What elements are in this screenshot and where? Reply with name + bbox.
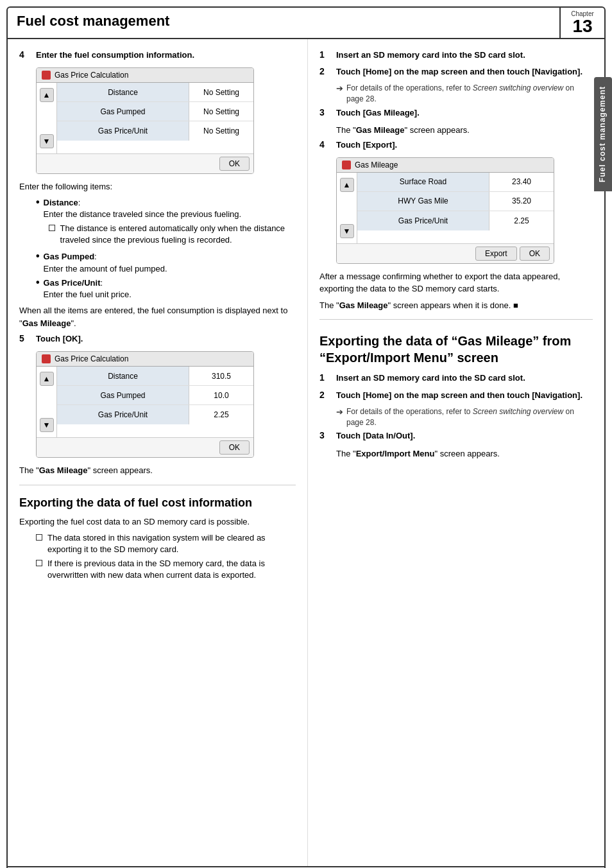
table-row: Gas Pumped 10.0 xyxy=(57,386,253,405)
large-step-2-note: ➔ For details of the operations, refer t… xyxy=(336,406,593,428)
right-step-4-text: Touch [Export]. xyxy=(336,139,397,151)
export-section-title: Exporting the data of fuel cost informat… xyxy=(19,496,296,510)
divider-2 xyxy=(319,319,593,320)
sq-icon-3 xyxy=(36,560,42,566)
table-row: Distance No Setting xyxy=(57,83,253,102)
list-item: • Gas Price/Unit: Enter the fuel unit pr… xyxy=(36,277,296,300)
large-section-title: Exporting the data of “Gas Mileage” from… xyxy=(319,333,593,366)
gas-pumped-label: Gas Pumped xyxy=(44,252,94,261)
screen2-body: ▲ ▼ Distance 310.5 Gas Pumped 10.0 Gas P… xyxy=(37,367,253,437)
right-step-4-num: 4 xyxy=(319,139,331,151)
s2row1-value: 310.5 xyxy=(189,367,253,385)
screen3-rows: Surface Road 23.40 HWY Gas Mile 35.20 Ga… xyxy=(357,173,554,243)
step-4-number: 4 xyxy=(19,49,31,61)
list-item: • Distance: Enter the distance traveled … xyxy=(36,197,296,249)
large-step-1: 1 Insert an SD memory card into the SD c… xyxy=(319,372,593,384)
sq-icon-1 xyxy=(49,225,55,231)
s3row2-label: HWY Gas Mile xyxy=(357,192,489,211)
step-5-number: 5 xyxy=(19,333,31,345)
left-column: 4 Enter the fuel consumption information… xyxy=(8,39,308,866)
page-header: Fuel cost management Chapter 13 xyxy=(6,6,606,39)
after-message-text: After a message confirming whether to ex… xyxy=(319,270,593,295)
large-step-3-sub: The "Export/Import Menu" screen appears. xyxy=(336,447,593,460)
side-tab: Fuel cost management xyxy=(594,77,612,191)
right-column: 1 Insert an SD memory card into the SD c… xyxy=(308,39,604,866)
screen2-title-text: Gas Price Calculation xyxy=(55,354,128,363)
s2row3-label: Gas Price/Unit xyxy=(57,405,189,424)
step-4-text: Enter the fuel consumption information. xyxy=(36,49,194,61)
s2row1-label: Distance xyxy=(57,367,189,385)
scroll-arrows-1: ▲ ▼ xyxy=(37,83,57,153)
screen2-title: Gas Price Calculation xyxy=(37,352,253,367)
arrow-up-3[interactable]: ▲ xyxy=(340,178,354,192)
right-step-3-num: 3 xyxy=(319,107,331,119)
arrow-down-3[interactable]: ▼ xyxy=(340,224,354,238)
large-step-1-text: Insert an SD memory card into the SD car… xyxy=(336,372,525,384)
page-title: Fuel cost management xyxy=(8,8,559,38)
row1-label: Distance xyxy=(57,83,189,101)
table-row: Gas Price/Unit 2.25 xyxy=(357,211,554,230)
large-step-1-num: 1 xyxy=(319,372,331,384)
large-step-2: 2 Touch [Home] on the map screen and the… xyxy=(319,390,593,401)
large-step-3-text: Touch [Data In/Out]. xyxy=(336,430,415,442)
nav-icon-2 xyxy=(42,354,51,363)
s3row3-label: Gas Price/Unit xyxy=(357,211,489,230)
large-step-3: 3 Touch [Data In/Out]. xyxy=(319,430,593,442)
large-step-2-num: 2 xyxy=(319,390,331,401)
nav-icon-1 xyxy=(42,71,51,80)
right-step-3-sub: The "Gas Mileage" screen appears. xyxy=(336,124,593,137)
gas-price-label: Gas Price/Unit xyxy=(44,278,101,288)
arrow-up-2[interactable]: ▲ xyxy=(40,372,54,386)
bullet-list: • Distance: Enter the distance traveled … xyxy=(36,197,296,301)
large-section: Exporting the data of “Gas Mileage” from… xyxy=(319,333,593,460)
distance-note: The distance is entered automatically on… xyxy=(49,223,296,246)
table-row: Gas Price/Unit No Setting xyxy=(57,121,253,141)
s3row2-value: 35.20 xyxy=(489,192,554,211)
table-row: Surface Road 23.40 xyxy=(357,173,554,192)
gas-mileage-done-text: The "Gas Mileage" screen appears when it… xyxy=(319,299,593,312)
scroll-arrows-2: ▲ ▼ xyxy=(37,367,57,437)
screen1-footer: OK xyxy=(37,153,253,173)
right-step-2: 2 Touch [Home] on the map screen and the… xyxy=(319,66,593,78)
right-step-2-note: ➔ For details of the operations, refer t… xyxy=(336,83,593,105)
screen3-body: ▲ ▼ Surface Road 23.40 HWY Gas Mile 35.2… xyxy=(337,173,554,243)
right-step-4: 4 Touch [Export]. xyxy=(319,139,593,151)
right-step-3-text: Touch [Gas Mileage]. xyxy=(336,107,420,119)
table-row: Gas Pumped No Setting xyxy=(57,102,253,121)
screen1-rows: Distance No Setting Gas Pumped No Settin… xyxy=(57,83,253,153)
divider-1 xyxy=(19,485,296,485)
screen1-body: ▲ ▼ Distance No Setting Gas Pumped No Se… xyxy=(37,83,253,153)
ok-button-2[interactable]: OK xyxy=(219,440,250,455)
arrow-down-1[interactable]: ▼ xyxy=(40,134,54,148)
gas-mileage-screen: Gas Mileage ▲ ▼ Surface Road 23.40 HWY G… xyxy=(336,157,554,264)
row3-label: Gas Price/Unit xyxy=(57,121,189,141)
list-item: • Gas Pumped: Enter the amount of fuel p… xyxy=(36,251,296,274)
right-step-1: 1 Insert an SD memory card into the SD c… xyxy=(319,49,593,61)
ok-button-3[interactable]: OK xyxy=(520,247,550,261)
right-step-2-text: Touch [Home] on the map screen and then … xyxy=(336,66,582,78)
export-intro: Exporting the fuel cost data to an SD me… xyxy=(19,516,296,528)
table-row: Distance 310.5 xyxy=(57,367,253,386)
s3row3-value: 2.25 xyxy=(489,211,554,230)
step-5-text: Touch [OK]. xyxy=(36,333,83,345)
gas-price-screen-1: Gas Price Calculation ▲ ▼ Distance No Se… xyxy=(36,67,254,174)
gas-pumped-sub: Enter the amount of fuel pumped. xyxy=(44,264,167,273)
arrow-down-2[interactable]: ▼ xyxy=(40,418,54,432)
large-step-3-num: 3 xyxy=(319,430,331,442)
screen2-rows: Distance 310.5 Gas Pumped 10.0 Gas Price… xyxy=(57,367,253,437)
chapter-number: 13 xyxy=(572,17,592,35)
right-step-2-num: 2 xyxy=(319,66,331,78)
export-button[interactable]: Export xyxy=(475,247,517,261)
gas-price-screen-2: Gas Price Calculation ▲ ▼ Distance 310.5… xyxy=(36,351,254,458)
right-step-1-num: 1 xyxy=(319,49,331,61)
arrow-up-1[interactable]: ▲ xyxy=(40,88,54,102)
when-all-text: When all the items are entered, the fuel… xyxy=(19,304,296,329)
step-4-header: 4 Enter the fuel consumption information… xyxy=(19,49,296,61)
screen3-title: Gas Mileage xyxy=(337,158,554,173)
ok-button-1[interactable]: OK xyxy=(219,157,250,171)
large-step-2-text: Touch [Home] on the map screen and then … xyxy=(336,390,582,401)
table-row: HWY Gas Mile 35.20 xyxy=(357,192,554,211)
s3row1-label: Surface Road xyxy=(357,173,489,191)
s2row2-label: Gas Pumped xyxy=(57,386,189,404)
right-step-1-text: Insert an SD memory card into the SD car… xyxy=(336,49,525,61)
